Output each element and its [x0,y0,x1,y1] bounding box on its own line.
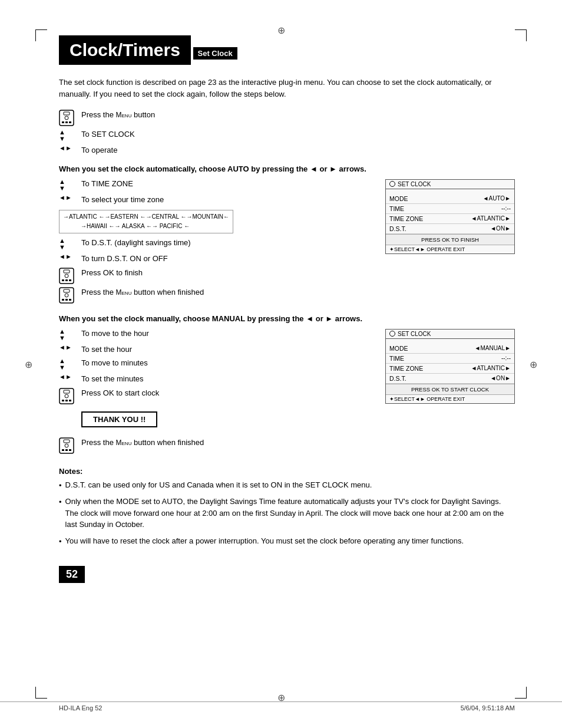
svg-rect-7 [64,270,70,273]
svg-rect-23 [69,400,71,401]
svg-rect-12 [59,288,74,303]
notes-section: Notes: • D.S.T. can be used only for US … [59,467,515,548]
note-bullet-2: • [59,496,62,531]
svg-point-26 [65,444,68,447]
page-number: 52 [59,566,85,583]
svg-rect-6 [59,268,74,284]
manual-screen-row-mode: MODE ◄MANUAL► [386,344,514,354]
manual-screen-nav: ✦SELECT◄► OPERATE EXIT [386,395,514,403]
remote-icon-3 [59,286,81,304]
timezone-row1: →ATLANTIC ←→EASTERN ←→CENTRAL ←→MOUNTAIN… [63,212,229,222]
footer-right: 5/6/04, 9:51:18 AM [461,704,515,711]
manual-final-step-text: Press the Menu button when finished [81,437,373,449]
manual-step-4: ◄ ► To set the minutes [59,373,373,385]
svg-rect-18 [59,388,74,404]
arrow-ud-icon-2: ▲ ▼ [59,178,81,192]
svg-point-2 [65,116,68,120]
auto-screen-row-dst: D.S.T. ◄ON► [386,224,514,234]
remote-icon-5 [59,437,81,454]
auto-screen-box: SET CLOCK MODE ◄AUTO► TIME --:-- TIME ZO… [385,179,515,254]
manual-screen-title: SET CLOCK [386,330,514,339]
manual-step-2-text: To set the hour [81,344,373,355]
auto-section: ▲ ▼ To TIME ZONE ◄ ► To select your time… [59,178,515,306]
svg-rect-29 [69,449,71,451]
thank-you-box: THANK YOU !! [81,411,157,427]
auto-step-5-text: Press OK to finish [81,267,373,279]
step-menu-text: Press the Menu button [81,109,515,121]
auto-screen-footer: PRESS OK TO FINISH [386,234,514,245]
page-title: Clock/Timers [59,35,191,65]
svg-rect-13 [64,289,70,292]
manual-step-4-text: To set the minutes [81,373,373,385]
manual-step-5: Press OK to start clock [59,387,373,404]
svg-rect-21 [62,400,64,401]
auto-screen-title: SET CLOCK [386,180,514,189]
manual-step-3: ▲ ▼ To move to minutes [59,357,373,371]
auto-screen: SET CLOCK MODE ◄AUTO► TIME --:-- TIME ZO… [385,178,515,306]
auto-bold-instruction: When you set the clock automatically, ch… [59,164,515,173]
svg-rect-3 [62,121,64,123]
note-text-2: Only when the MODE set to AUTO, the Dayl… [65,496,515,531]
note-item-1: • D.S.T. can be used only for US and Can… [59,479,515,492]
remote-icon-2 [59,267,81,284]
notes-title: Notes: [59,467,515,476]
manual-section: ▲ ▼ To move to the hour ◄ ► To set the h… [59,328,515,456]
auto-left-col: ▲ ▼ To TIME ZONE ◄ ► To select your time… [59,178,373,306]
arrow-lr-icon-4: ◄ ► [59,344,81,351]
remote-icon-1 [59,109,81,126]
note-text-3: You will have to reset the clock after a… [65,535,515,548]
svg-rect-5 [69,121,71,123]
manual-final-step: Press the Menu button when finished [59,437,373,454]
arrow-ud-icon-3: ▲ ▼ [59,237,81,251]
step-press-menu: Press the Menu button [59,109,515,126]
screen-circle-icon [389,181,395,187]
step-set-clock-text: To SET CLOCK [81,129,515,140]
svg-rect-15 [62,299,64,301]
svg-rect-9 [62,279,64,281]
manual-screen-box: SET CLOCK MODE ◄MANUAL► TIME --:-- TIME … [385,329,515,404]
manual-step-2: ◄ ► To set the hour [59,344,373,355]
svg-rect-0 [59,110,74,126]
svg-point-20 [65,394,68,398]
manual-screen-row-dst: D.S.T. ◄ON► [386,374,514,384]
manual-left-col: ▲ ▼ To move to the hour ◄ ► To set the h… [59,328,373,456]
note-bullet-3: • [59,536,62,548]
manual-step-3-text: To move to minutes [81,357,373,369]
auto-step-3: ▲ ▼ To D.S.T. (daylight savings time) [59,237,373,251]
svg-rect-28 [65,449,68,451]
manual-bold-instruction: When you set the clock manually, choose … [59,314,515,323]
arrow-lr-icon-2: ◄ ► [59,194,81,201]
step-operate-text: To operate [81,144,515,156]
auto-step-2: ◄ ► To select your time zone [59,194,373,206]
initial-steps: Press the Menu button ▲ ▼ To SET CLOCK ◄… [59,109,515,156]
page-footer: HD-ILA Eng 52 5/6/04, 9:51:18 AM [0,701,562,711]
svg-rect-22 [65,400,68,401]
manual-screen-circle-icon [389,331,395,337]
note-item-3: • You will have to reset the clock after… [59,535,515,548]
note-item-2: • Only when the MODE set to AUTO, the Da… [59,496,515,531]
manual-screen-row-tz: TIME ZONE ◄ATLANTIC► [386,364,514,374]
auto-step-1-text: To TIME ZONE [81,178,373,190]
manual-screen-footer: PRESS OK TO START CLOCK [386,384,514,395]
manual-step-5-text: Press OK to start clock [81,387,373,399]
arrow-lr-icon-1: ◄ ► [59,144,81,151]
manual-screen: SET CLOCK MODE ◄MANUAL► TIME --:-- TIME … [385,328,515,456]
svg-rect-16 [65,299,68,301]
svg-rect-11 [69,279,71,281]
auto-screen-nav: ✦SELECT◄► OPERATE EXIT [386,245,514,253]
remote-icon-4 [59,387,81,404]
svg-rect-19 [64,390,70,393]
svg-rect-25 [64,440,70,443]
step-operate: ◄ ► To operate [59,144,515,156]
manual-step-1: ▲ ▼ To move to the hour [59,328,373,341]
intro-text: The set clock function is described on p… [59,77,515,100]
svg-rect-24 [59,438,74,453]
svg-rect-17 [69,299,71,301]
svg-rect-10 [65,279,68,281]
svg-point-8 [65,274,68,278]
section-heading: Set Clock [193,47,237,60]
auto-screen-row-tz: TIME ZONE ◄ATLANTIC► [386,214,514,224]
arrow-lr-icon-3: ◄ ► [59,253,81,260]
page-content: Clock/Timers Set Clock The set clock fun… [0,0,562,728]
manual-screen-row-time: TIME --:-- [386,354,514,364]
